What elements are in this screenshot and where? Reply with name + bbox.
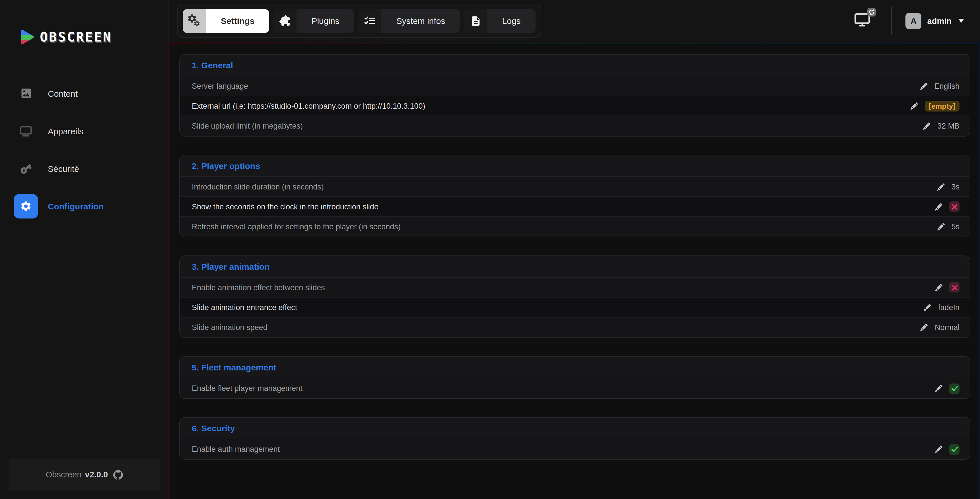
topbar-right: A admin: [833, 0, 980, 42]
setting-value: 3s: [937, 182, 959, 191]
user-name: admin: [928, 16, 951, 25]
setting-value: English: [920, 82, 959, 90]
tab-label: Logs: [487, 9, 536, 33]
pencil-icon[interactable]: [935, 445, 942, 453]
setting-value-text: 32 MB: [937, 122, 959, 130]
topbar: Settings Plugins: [169, 0, 980, 42]
monitor-icon: [14, 119, 38, 143]
setting-value: [935, 383, 959, 393]
setting-label: Enable fleet player management: [192, 384, 302, 393]
setting-row: Slide animation entrance effectfadeIn: [180, 297, 970, 318]
setting-row: Server languageEnglish: [180, 76, 970, 96]
setting-value: Normal: [921, 323, 959, 332]
settings-card: 6. SecurityEnable auth management: [179, 417, 970, 460]
pencil-icon[interactable]: [935, 284, 942, 291]
setting-value-text: Normal: [935, 323, 959, 332]
setting-value-text: 5s: [951, 222, 959, 231]
setting-row: Enable fleet player management: [180, 378, 970, 398]
tab-settings[interactable]: Settings: [183, 9, 269, 33]
setting-value-text: English: [934, 82, 959, 90]
tab-logs[interactable]: Logs: [464, 9, 536, 33]
setting-label: Slide animation speed: [192, 323, 267, 332]
sidebar-item-content[interactable]: Content: [0, 81, 168, 106]
setting-label: Enable auth management: [192, 445, 280, 453]
screen-preview-button[interactable]: [833, 6, 892, 35]
pencil-icon[interactable]: [920, 82, 928, 90]
github-icon[interactable]: [113, 470, 123, 479]
pencil-icon[interactable]: [921, 324, 928, 331]
brand-logo[interactable]: OBSCREEN: [19, 29, 168, 46]
card-title: 6. Security: [180, 418, 970, 439]
setting-label: Introduction slide duration (in seconds): [192, 182, 324, 191]
user-menu[interactable]: A admin: [892, 13, 980, 29]
footer-version: v2.0.0: [85, 470, 108, 479]
gear-icon: [14, 194, 38, 218]
setting-row: External url (i.e: https://studio-01.com…: [180, 96, 970, 116]
setting-value-text: fadeIn: [938, 303, 959, 311]
sidebar-footer: Obscreen v2.0.0: [8, 459, 160, 491]
setting-row: Introduction slide duration (in seconds)…: [180, 177, 970, 197]
setting-label: Enable animation effect between slides: [192, 283, 325, 292]
setting-row: Enable auth management: [180, 439, 970, 459]
empty-badge[interactable]: [empty]: [925, 100, 959, 111]
gears-icon: [183, 9, 206, 33]
pencil-icon[interactable]: [937, 223, 945, 230]
brand-name: OBSCREEN: [40, 30, 112, 44]
sidebar-item-configuration[interactable]: Configuration: [0, 194, 168, 218]
setting-value-text: 3s: [951, 182, 959, 191]
sidebar-item-label: Configuration: [48, 201, 104, 211]
setting-label: Show the seconds on the clock in the int…: [192, 202, 379, 211]
tab-plugins[interactable]: Plugins: [273, 9, 354, 33]
check-icon[interactable]: [949, 383, 959, 393]
footer-app-name: Obscreen: [46, 470, 82, 479]
obscreen-play-icon: [19, 29, 35, 46]
setting-row: Refresh interval applied for settings to…: [180, 217, 970, 237]
card-title: 1. General: [180, 55, 970, 76]
setting-value: [935, 282, 959, 292]
setting-label: Slide upload limit (in megabytes): [192, 122, 303, 130]
settings-card: 5. Fleet managementEnable fleet player m…: [179, 356, 970, 399]
setting-value: 5s: [937, 222, 959, 231]
setting-label: Refresh interval applied for settings to…: [192, 222, 401, 231]
cross-icon[interactable]: [949, 202, 959, 212]
setting-label: Slide animation entrance effect: [192, 303, 297, 311]
pencil-icon[interactable]: [924, 304, 931, 311]
monitor-refresh-icon: [854, 12, 871, 30]
setting-value: 32 MB: [923, 122, 959, 130]
check-icon[interactable]: [949, 444, 959, 455]
sidebar-item-securite[interactable]: Sécurité: [0, 156, 168, 181]
avatar: A: [906, 13, 922, 29]
obscreen-app: OBSCREEN Content App: [0, 0, 980, 499]
settings-card: 2. Player optionsIntroduction slide dura…: [179, 155, 970, 237]
setting-row: Slide animation speedNormal: [180, 318, 970, 337]
sidebar-item-appareils[interactable]: Appareils: [0, 118, 168, 143]
tab-label: Settings: [206, 9, 269, 33]
sidebar-nav: Content Appareils Sécurité: [0, 81, 168, 218]
settings-card: 1. GeneralServer languageEnglishExternal…: [179, 54, 970, 137]
image-icon: [14, 81, 38, 106]
setting-value: fadeIn: [924, 303, 959, 311]
settings-card: 3. Player animationEnable animation effe…: [179, 256, 970, 338]
card-title: 3. Player animation: [180, 256, 970, 278]
pencil-icon[interactable]: [937, 183, 945, 190]
puzzle-icon: [273, 9, 296, 33]
document-icon: [464, 9, 487, 33]
pencil-icon[interactable]: [923, 122, 931, 130]
setting-value: [empty]: [910, 100, 959, 111]
main-area: Settings Plugins: [169, 0, 980, 499]
pencil-icon[interactable]: [935, 203, 942, 210]
setting-value: [935, 202, 959, 212]
sidebar-item-label: Content: [48, 89, 78, 98]
setting-row: Slide upload limit (in megabytes)32 MB: [180, 116, 970, 136]
pencil-icon[interactable]: [935, 385, 942, 392]
sidebar-item-label: Appareils: [48, 126, 83, 136]
sidebar: OBSCREEN Content App: [0, 0, 169, 499]
tab-label: System infos: [382, 9, 460, 33]
pencil-icon[interactable]: [910, 102, 918, 110]
tab-system-infos[interactable]: System infos: [358, 9, 460, 33]
sidebar-item-label: Sécurité: [48, 164, 79, 173]
tab-label: Plugins: [296, 9, 354, 33]
setting-label: Server language: [192, 82, 248, 90]
cross-icon[interactable]: [949, 282, 959, 292]
setting-label: External url (i.e: https://studio-01.com…: [192, 102, 425, 110]
